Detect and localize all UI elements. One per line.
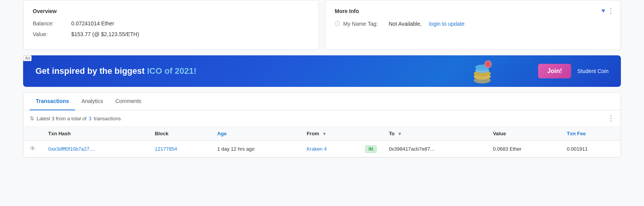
- tab-analytics[interactable]: Analytics: [75, 93, 109, 110]
- balance-label: Balance:: [33, 20, 71, 27]
- ad-banner-text: Get inspired by the biggest ICO of 2021!: [35, 66, 196, 76]
- balance-value: 0.07241014 Ether: [71, 20, 114, 27]
- col-txn-fee: Txn Fee: [561, 127, 621, 141]
- table-summary-suffix: transactions: [94, 116, 121, 121]
- transactions-table: Txn Hash Block Age From ▼ To ▼ Value: [23, 127, 621, 157]
- col-block: Block: [149, 127, 211, 141]
- row-txn-fee: 0.001911: [561, 141, 621, 157]
- from-filter-icon[interactable]: ▼: [322, 131, 327, 136]
- table-count: 3: [89, 116, 91, 121]
- ad-label: Ad: [23, 55, 32, 61]
- table-row: 👁 0xe3dfff0f10b7a27.... 12177854 1 day 1…: [23, 141, 621, 157]
- ad-join-button[interactable]: Join!: [538, 64, 571, 78]
- value-value: $153.77 (@ $2,123.55/ETH): [71, 31, 139, 37]
- eye-icon[interactable]: 👁: [30, 145, 36, 152]
- col-to: To ▼: [383, 127, 487, 141]
- row-direction: IN: [359, 141, 383, 157]
- row-txn-hash: 0xe3dfff0f10b7a27....: [42, 141, 149, 157]
- col-age: Age: [211, 127, 300, 141]
- table-summary: ⇅ Latest 3 from a total of 3 transaction…: [30, 115, 121, 121]
- txn-hash-link[interactable]: 0xe3dfff0f10b7a27....: [48, 146, 95, 152]
- ad-banner-wrapper: Ad Get inspired by the biggest ICO of 20…: [0, 50, 644, 92]
- more-info-card: More Info ♥ ⋮ ⓘ My Name Tag: Not Availab…: [325, 0, 621, 50]
- name-tag-label: My Name Tag:: [343, 21, 386, 27]
- block-link[interactable]: 12177854: [155, 146, 177, 152]
- tab-comments[interactable]: Comments: [109, 93, 148, 110]
- sort-icon: ⇅: [30, 115, 34, 121]
- svg-point-6: [485, 61, 491, 67]
- more-options-icon[interactable]: ⋮: [607, 7, 614, 15]
- col-value: Value: [487, 127, 561, 141]
- overview-card: Overview Balance: 0.07241014 Ether Value…: [23, 0, 319, 50]
- row-eye-cell: 👁: [23, 141, 42, 157]
- col-txn-hash: Txn Hash: [42, 127, 149, 141]
- to-filter-icon[interactable]: ▼: [398, 131, 402, 136]
- table-options-icon[interactable]: ⋮: [607, 114, 614, 123]
- main-section: Transactions Analytics Comments ⇅ Latest…: [23, 92, 621, 158]
- ad-decoration-icon: [467, 57, 498, 86]
- overview-title: Overview: [33, 8, 309, 14]
- more-info-title: More Info: [335, 8, 611, 14]
- col-direction: [359, 127, 383, 141]
- heart-icon[interactable]: ♥: [602, 7, 605, 14]
- tabs-row: Transactions Analytics Comments: [23, 93, 621, 110]
- col-from: From ▼: [300, 127, 359, 141]
- row-block: 12177854: [149, 141, 211, 157]
- login-to-update-link[interactable]: login to update: [429, 21, 465, 27]
- ad-brand-name: Student Coin: [577, 68, 609, 74]
- row-age: 1 day 12 hrs ago: [211, 141, 300, 157]
- direction-badge: IN: [365, 145, 377, 153]
- row-to: 0x398417acb7e87...: [383, 141, 487, 157]
- name-tag-not-available: Not Available,: [389, 21, 421, 27]
- tab-transactions[interactable]: Transactions: [30, 93, 75, 110]
- from-link[interactable]: Kraken 4: [307, 146, 327, 152]
- table-header-row: ⇅ Latest 3 from a total of 3 transaction…: [23, 110, 621, 127]
- value-label: Value:: [33, 31, 71, 37]
- table-summary-prefix: Latest 3 from a total of: [37, 116, 86, 121]
- col-eye: [23, 127, 42, 141]
- ad-banner: Get inspired by the biggest ICO of 2021!…: [23, 55, 621, 87]
- row-value: 0.0683 Ether: [487, 141, 561, 157]
- ad-banner-right: Join! Student Coin: [538, 64, 609, 78]
- help-icon: ⓘ: [335, 20, 340, 27]
- row-from: Kraken 4: [300, 141, 359, 157]
